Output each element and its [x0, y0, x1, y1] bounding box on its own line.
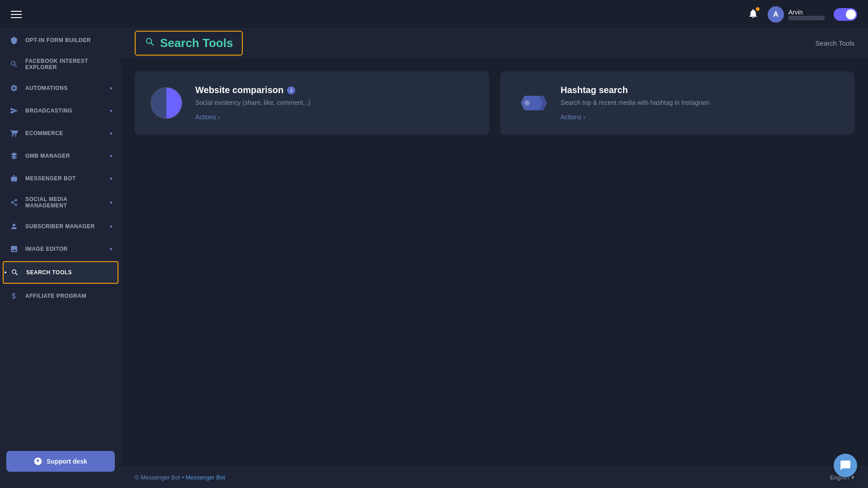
breadcrumb: Search Tools [816, 39, 854, 47]
bell-icon[interactable] [748, 8, 759, 21]
paper-plane-icon [9, 106, 19, 116]
sidebar-item-messenger-bot[interactable]: MESSENGER BOT ▾ [0, 167, 121, 190]
theme-toggle[interactable] [834, 8, 857, 21]
robot-icon [9, 174, 19, 183]
sidebar-item-ecommerce[interactable]: ECOMMERCE ▾ [0, 122, 121, 145]
sidebar-label: ECOMMERCE [25, 130, 63, 136]
sidebar-item-automations[interactable]: AUTOMATIONS ▾ [0, 77, 121, 99]
user-subtitle [788, 16, 825, 20]
cart-icon [9, 128, 19, 138]
chevron-down-icon: ▾ [110, 131, 113, 136]
svg-point-2 [14, 178, 15, 179]
bell-notification-dot [756, 7, 760, 11]
hashtag-search-body: Hashtag search Search top & recent media… [561, 85, 841, 121]
sidebar-item-search-tools[interactable]: SEARCH TOOLS [3, 261, 118, 284]
support-desk-button[interactable]: Support desk [6, 451, 115, 472]
hashtag-search-card[interactable]: Hashtag search Search top & recent media… [500, 71, 854, 135]
search-icon [145, 37, 156, 50]
sidebar-label: SUBSCRIBER MANAGER [25, 223, 95, 230]
page-title: Search Tools [160, 36, 233, 50]
footer-link[interactable]: Messenger Bot [185, 474, 225, 481]
main-layout: OPT-IN FORM BUILDER FACEBOOK INTEREST EX… [0, 29, 868, 488]
sidebar-label: GMB MANAGER [25, 153, 70, 159]
svg-point-1 [13, 178, 14, 179]
user-name: Arvin [788, 9, 825, 16]
sidebar-item-subscriber-manager[interactable]: SUBSCRIBER MANAGER ▾ [0, 215, 121, 238]
cards-area: Website comparison i Social existency (s… [121, 58, 868, 466]
svg-rect-0 [11, 177, 17, 181]
footer-copyright: © Messenger Bot • Messenger Bot [135, 474, 225, 481]
website-comparison-title: Website comparison i [195, 85, 476, 95]
top-header: A Arvin [0, 0, 868, 29]
search-tools-icon [10, 267, 20, 277]
website-comparison-card[interactable]: Website comparison i Social existency (s… [135, 71, 489, 135]
avatar: A [768, 6, 784, 23]
website-comparison-actions[interactable]: Actions › [195, 113, 476, 121]
chevron-down-icon: ▾ [110, 86, 113, 91]
sidebar-item-image-editor[interactable]: IMAGE EDITOR ▾ [0, 238, 121, 260]
person-icon [9, 221, 19, 231]
svg-point-7 [524, 100, 530, 106]
sidebar: OPT-IN FORM BUILDER FACEBOOK INTEREST EX… [0, 29, 121, 488]
chevron-down-icon: ▾ [110, 200, 113, 205]
sidebar-label: SEARCH TOOLS [26, 269, 72, 276]
chevron-down-icon: ▾ [110, 247, 113, 252]
website-comparison-icon [148, 85, 184, 121]
sidebar-label: FACEBOOK INTEREST EXPLORER [25, 58, 112, 70]
gear-icon [9, 83, 19, 93]
image-icon [9, 244, 19, 254]
sidebar-item-opt-in-form-builder[interactable]: OPT-IN FORM BUILDER [0, 29, 121, 52]
footer: © Messenger Bot • Messenger Bot English … [121, 466, 868, 488]
hashtag-search-desc: Search top & recent media with hashtag i… [561, 99, 841, 106]
hashtag-search-title: Hashtag search [561, 85, 841, 95]
website-comparison-body: Website comparison i Social existency (s… [195, 85, 476, 121]
chevron-right-icon: › [583, 113, 585, 121]
chat-bubble-button[interactable] [834, 454, 857, 477]
sidebar-item-broadcasting[interactable]: BROADCASTING ▾ [0, 99, 121, 122]
website-comparison-desc: Social existency (share, like, comment..… [195, 99, 476, 106]
hashtag-search-icon [514, 85, 550, 121]
building-icon [9, 151, 19, 161]
sidebar-item-gmb-manager[interactable]: GMB MANAGER ▾ [0, 145, 121, 167]
dollar-icon [9, 291, 19, 301]
chevron-down-icon: ▾ [110, 224, 113, 229]
sidebar-item-affiliate-program[interactable]: AFFILIATE PROGRAM [0, 285, 121, 307]
sidebar-label: AUTOMATIONS [25, 85, 68, 91]
chevron-down-icon: ▾ [110, 176, 113, 181]
share-icon [9, 197, 19, 207]
search-icon [9, 59, 19, 69]
sidebar-label: BROADCASTING [25, 108, 72, 114]
svg-rect-3 [14, 175, 15, 177]
content-header: Search Tools Search Tools [121, 29, 868, 58]
chevron-down-icon: ▾ [110, 154, 113, 159]
sidebar-label: IMAGE EDITOR [25, 246, 68, 252]
sidebar-label: SOCIAL MEDIA MANAGEMENT [25, 196, 104, 209]
info-icon[interactable]: i [287, 86, 295, 94]
header-right: A Arvin [748, 6, 857, 23]
hashtag-search-actions[interactable]: Actions › [561, 113, 841, 121]
active-indicator [5, 272, 6, 273]
chevron-down-icon: ▾ [110, 108, 113, 113]
page-title-box: Search Tools [135, 31, 243, 56]
sidebar-item-social-media-management[interactable]: SOCIAL MEDIA MANAGEMENT ▾ [0, 190, 121, 215]
shield-icon [9, 35, 19, 45]
content-area: Search Tools Search Tools Website compar… [121, 29, 868, 488]
sidebar-item-facebook-interest-explorer[interactable]: FACEBOOK INTEREST EXPLORER [0, 52, 121, 77]
user-info[interactable]: A Arvin [768, 6, 825, 23]
sidebar-label: OPT-IN FORM BUILDER [25, 37, 91, 43]
sidebar-label: AFFILIATE PROGRAM [25, 293, 86, 299]
chevron-right-icon: › [218, 113, 220, 121]
hamburger-button[interactable] [11, 11, 22, 18]
sidebar-label: MESSENGER BOT [25, 175, 76, 182]
